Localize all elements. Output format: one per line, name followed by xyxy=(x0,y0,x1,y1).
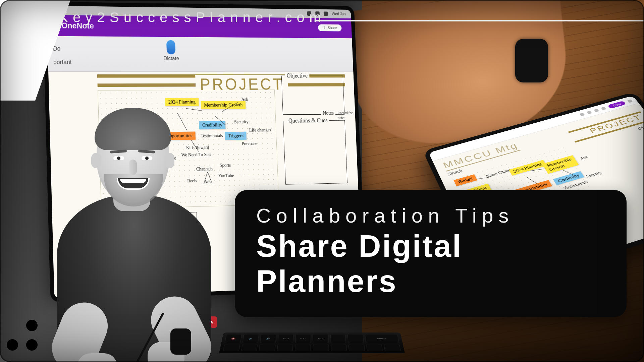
hand-ask: Ask xyxy=(579,155,589,161)
connector-line xyxy=(526,177,538,185)
key-blank[interactable] xyxy=(384,344,401,351)
key-blank[interactable] xyxy=(347,334,364,343)
share-label: Share xyxy=(327,25,337,30)
laptop-keyboard: 🔇 🔉 🔊 F10 F11 F12 delete xyxy=(219,333,405,353)
person-nose xyxy=(129,160,137,175)
key-blank[interactable] xyxy=(259,344,275,351)
dot-icon xyxy=(7,320,18,331)
person-ear xyxy=(91,153,101,168)
presenter-portrait xyxy=(23,94,231,362)
hand-name-change: Name Change xyxy=(485,168,513,179)
dot-motif xyxy=(7,320,40,353)
objective-box xyxy=(281,76,345,115)
key-blank[interactable] xyxy=(277,344,293,351)
hand-purchase: Purchase xyxy=(241,141,257,146)
dot-icon xyxy=(26,339,38,351)
key-blank[interactable] xyxy=(295,344,311,351)
sticky-2024: 2024 Planning xyxy=(509,160,547,176)
share-icon: ⇪ xyxy=(323,25,326,30)
notes-label: Notes xyxy=(321,110,336,116)
key-f10[interactable]: F10 xyxy=(278,334,294,343)
key-vol-down[interactable]: 🔉 xyxy=(242,334,259,343)
key-f12[interactable]: F12 xyxy=(313,334,329,343)
person-ear xyxy=(164,153,174,168)
headline-text: Share Digital Planners xyxy=(256,229,605,299)
tool-icon[interactable] xyxy=(580,113,585,116)
questions-cues-label: Questions & Cues xyxy=(286,117,329,124)
hand-ask: Ask xyxy=(241,97,248,102)
key-f11[interactable]: F11 xyxy=(295,334,311,343)
menubar-datetime: Wed Jun xyxy=(332,12,346,16)
tablet-mode-pill[interactable]: Draw xyxy=(607,101,626,109)
key-blank[interactable] xyxy=(241,344,258,351)
tool-icon[interactable] xyxy=(587,111,592,114)
dictate-label: Dictate xyxy=(163,56,179,61)
key-delete[interactable]: delete xyxy=(365,334,399,343)
sidebar-partial: Do portant xyxy=(53,45,72,72)
objective-label: Objective xyxy=(285,72,310,79)
key-blank[interactable] xyxy=(313,344,329,351)
tablet-objective-label: Object xyxy=(637,124,644,131)
dot-icon xyxy=(26,320,38,331)
thumbnail-stage: Wed Jun OneNote ⇪ Share Do portant Dicta… xyxy=(0,0,644,362)
smartwatch xyxy=(515,39,548,82)
key-blank[interactable] xyxy=(348,344,365,351)
sidebar-item[interactable]: portant xyxy=(53,59,72,66)
key-vol-up[interactable]: 🔊 xyxy=(260,334,276,343)
microphone-icon xyxy=(166,40,176,54)
sidebar-item[interactable]: Do xyxy=(53,45,71,52)
questions-cues-box xyxy=(283,120,347,185)
person-eye xyxy=(113,156,124,160)
record-hint: Record the notes xyxy=(337,111,356,120)
hand-security: Security xyxy=(585,170,603,179)
hand-life-changes: Life changes xyxy=(249,128,271,133)
tool-icon[interactable] xyxy=(594,109,599,112)
hand-security: Security xyxy=(234,119,249,125)
key-blank[interactable] xyxy=(331,344,347,351)
dot-icon xyxy=(7,339,18,351)
title-card: Collaboration Tips Share Digital Planner… xyxy=(235,190,627,317)
person-watch xyxy=(170,328,191,355)
header-rule xyxy=(315,20,644,21)
onenote-toolbar xyxy=(47,36,353,72)
website-url: Key2SuccessPlanner.com xyxy=(59,9,326,25)
tool-icon[interactable] xyxy=(627,99,633,103)
sticky-membership: Membership Growth xyxy=(542,155,579,174)
person-eye xyxy=(142,156,152,160)
subtitle-text: Collaboration Tips xyxy=(256,204,605,227)
dictate-button[interactable]: Dictate xyxy=(163,40,179,62)
tool-icon[interactable] xyxy=(601,107,606,110)
person-hair xyxy=(95,108,171,150)
sticky-budget: Budget xyxy=(453,174,477,186)
key-blank[interactable] xyxy=(330,334,346,343)
key-blank[interactable] xyxy=(366,344,383,351)
